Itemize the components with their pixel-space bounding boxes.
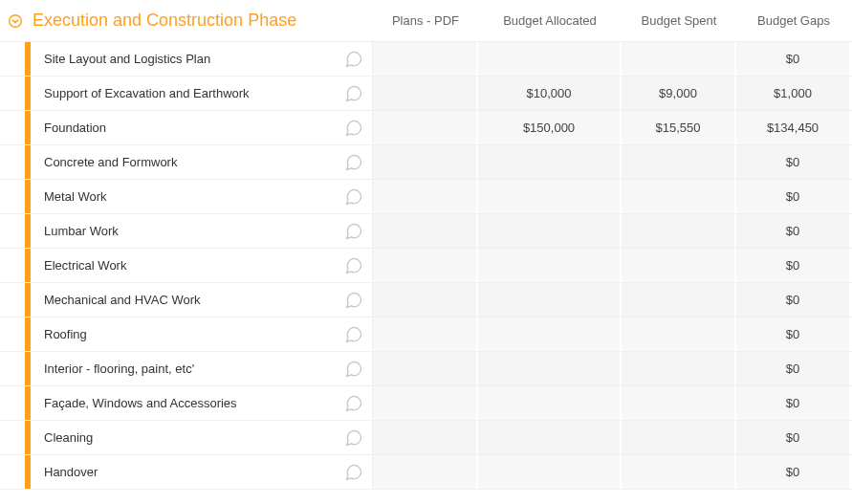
cell-spent[interactable]	[622, 386, 736, 420]
cell-spent[interactable]	[622, 249, 736, 282]
row-indent	[0, 111, 25, 144]
cell-plans[interactable]	[373, 77, 478, 110]
row-name-cell[interactable]: Interior - flooring, paint, etc'	[31, 352, 373, 385]
row-name-cell[interactable]: Support of Excavation and Earthwork	[31, 77, 373, 110]
row-name-cell[interactable]: Handover	[31, 455, 373, 489]
row-name-cell[interactable]: Concrete and Formwork	[31, 145, 373, 179]
table-row[interactable]: Façade, Windows and Accessories$0	[0, 386, 852, 421]
column-header-plans[interactable]: Plans - PDF	[373, 13, 478, 28]
chat-icon[interactable]	[343, 324, 364, 345]
cell-plans[interactable]	[373, 352, 478, 385]
cell-gaps[interactable]: $1,000	[736, 77, 851, 110]
row-name: Interior - flooring, paint, etc'	[44, 362, 194, 376]
row-name: Cleaning	[44, 430, 93, 445]
cell-gaps[interactable]: $0	[736, 455, 851, 489]
table-row[interactable]: Handover$0	[0, 455, 852, 490]
column-header-allocated[interactable]: Budget Allocated	[478, 13, 622, 28]
cell-spent[interactable]	[622, 283, 736, 317]
row-name-cell[interactable]: Foundation	[31, 111, 373, 144]
table-row[interactable]: Foundation$150,000$15,550$134,450	[0, 111, 852, 145]
table-row[interactable]: Metal Work$0	[0, 180, 852, 214]
cell-allocated[interactable]	[478, 42, 622, 76]
row-name-cell[interactable]: Lumbar Work	[31, 214, 373, 248]
cell-allocated[interactable]: $10,000	[478, 77, 622, 110]
cell-allocated[interactable]	[478, 249, 622, 282]
row-name-cell[interactable]: Site Layout and Logistics Plan	[31, 42, 373, 76]
chat-icon[interactable]	[343, 152, 364, 173]
cell-gaps[interactable]: $0	[736, 352, 851, 385]
chat-icon[interactable]	[343, 49, 364, 70]
cell-gaps[interactable]: $0	[736, 214, 851, 248]
cell-allocated[interactable]	[478, 386, 622, 420]
chat-icon[interactable]	[343, 118, 364, 139]
cell-spent[interactable]	[622, 180, 736, 213]
row-name-cell[interactable]: Roofing	[31, 318, 373, 351]
cell-gaps[interactable]: $0	[736, 145, 851, 179]
cell-gaps[interactable]: $0	[736, 386, 851, 420]
cell-allocated[interactable]	[478, 455, 622, 489]
cell-plans[interactable]	[373, 455, 478, 489]
cell-gaps[interactable]: $0	[736, 318, 851, 351]
cell-spent[interactable]	[622, 455, 736, 489]
cell-spent[interactable]	[622, 145, 736, 179]
cell-plans[interactable]	[373, 42, 478, 76]
chat-icon[interactable]	[343, 186, 364, 208]
table-row[interactable]: Electrical Work$0	[0, 249, 852, 283]
cell-plans[interactable]	[373, 249, 478, 282]
chat-icon[interactable]	[343, 427, 364, 449]
cell-gaps[interactable]: $0	[736, 180, 851, 213]
chat-icon[interactable]	[343, 462, 364, 483]
cell-gaps[interactable]: $0	[736, 42, 851, 76]
cell-plans[interactable]	[373, 318, 478, 351]
cell-gaps[interactable]: $0	[736, 249, 851, 282]
cell-spent[interactable]	[622, 421, 736, 454]
cell-plans[interactable]	[373, 111, 478, 144]
cell-plans[interactable]	[373, 421, 478, 454]
cell-spent[interactable]: $15,550	[622, 111, 736, 144]
cell-spent[interactable]	[622, 318, 736, 351]
cell-spent[interactable]	[622, 214, 736, 248]
column-header-gaps[interactable]: Budget Gaps	[736, 13, 851, 28]
table-row[interactable]: Interior - flooring, paint, etc'$0	[0, 352, 852, 386]
table-row[interactable]: Lumbar Work$0	[0, 214, 852, 249]
cell-spent[interactable]	[622, 352, 736, 385]
chat-icon[interactable]	[343, 83, 364, 104]
row-name-cell[interactable]: Metal Work	[31, 180, 373, 213]
cell-allocated[interactable]	[478, 214, 622, 248]
cell-spent[interactable]	[622, 42, 736, 76]
table-row[interactable]: Concrete and Formwork$0	[0, 145, 852, 180]
row-name-cell[interactable]: Façade, Windows and Accessories	[31, 386, 373, 420]
section-title[interactable]: Execution and Construction Phase	[33, 11, 296, 31]
cell-gaps[interactable]: $0	[736, 283, 851, 317]
table-row[interactable]: Roofing$0	[0, 318, 852, 352]
table-row[interactable]: Cleaning$0	[0, 421, 852, 455]
cell-plans[interactable]	[373, 283, 478, 317]
cell-allocated[interactable]	[478, 145, 622, 179]
row-name-cell[interactable]: Cleaning	[31, 421, 373, 454]
cell-gaps[interactable]: $134,450	[736, 111, 851, 144]
cell-plans[interactable]	[373, 145, 478, 179]
cell-allocated[interactable]: $150,000	[478, 111, 622, 144]
cell-spent[interactable]: $9,000	[622, 77, 736, 110]
cell-allocated[interactable]	[478, 180, 622, 213]
table-row[interactable]: Mechanical and HVAC Work$0	[0, 283, 852, 318]
cell-plans[interactable]	[373, 180, 478, 213]
cell-gaps[interactable]: $0	[736, 421, 851, 454]
cell-allocated[interactable]	[478, 318, 622, 351]
cell-allocated[interactable]	[478, 283, 622, 317]
column-header-spent[interactable]: Budget Spent	[622, 13, 736, 28]
table-row[interactable]: Site Layout and Logistics Plan$0	[0, 42, 852, 77]
cell-plans[interactable]	[373, 386, 478, 420]
chat-icon[interactable]	[343, 221, 364, 242]
chat-icon[interactable]	[343, 393, 364, 414]
chat-icon[interactable]	[343, 255, 364, 276]
cell-allocated[interactable]	[478, 421, 622, 454]
cell-plans[interactable]	[373, 214, 478, 248]
collapse-toggle[interactable]	[8, 13, 23, 29]
row-name-cell[interactable]: Electrical Work	[31, 249, 373, 282]
table-row[interactable]: Support of Excavation and Earthwork$10,0…	[0, 77, 852, 111]
chat-icon[interactable]	[343, 290, 364, 311]
row-name-cell[interactable]: Mechanical and HVAC Work	[31, 283, 373, 317]
chat-icon[interactable]	[343, 359, 364, 380]
cell-allocated[interactable]	[478, 352, 622, 385]
